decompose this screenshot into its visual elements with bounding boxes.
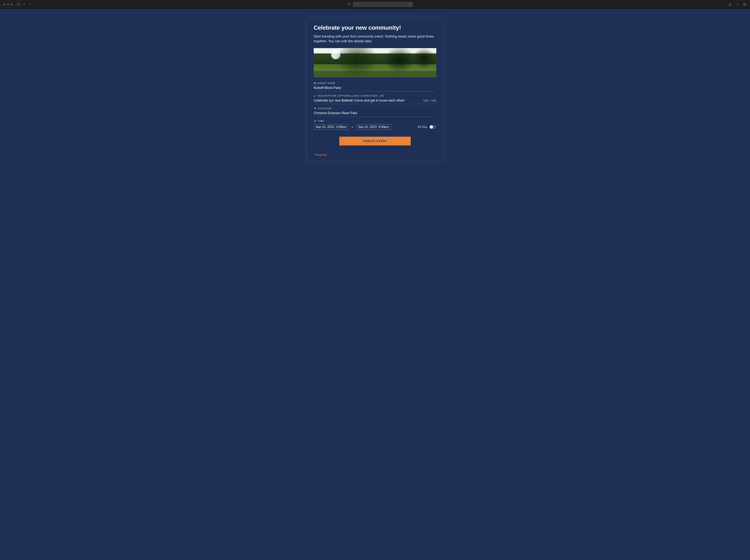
reload-icon[interactable] bbox=[409, 3, 411, 6]
sidebar-toggle-icon[interactable] bbox=[17, 2, 20, 6]
window-controls bbox=[3, 3, 13, 5]
description-value: Celebrate our new Bailiwik! Come and get… bbox=[314, 99, 423, 102]
event-cover-image[interactable] bbox=[314, 48, 436, 77]
time-field: TIME * Sep 15, 2023 2:00pm › Sep 15, 202… bbox=[314, 120, 436, 130]
pencil-icon bbox=[314, 95, 316, 97]
end-date: Sep 15, 2023 bbox=[358, 125, 377, 129]
event-name-field: EVENT NAME * Kickoff Block Party bbox=[314, 82, 436, 91]
start-datetime-input[interactable]: Sep 15, 2023 2:00pm bbox=[314, 124, 349, 130]
pin-icon bbox=[314, 107, 316, 110]
tabs-overview-icon[interactable] bbox=[743, 2, 747, 6]
start-date: Sep 15, 2023 bbox=[316, 125, 334, 129]
shield-icon[interactable] bbox=[347, 2, 351, 6]
event-name-input[interactable]: Kickoff Block Party bbox=[314, 85, 436, 91]
browser-chrome bbox=[0, 0, 750, 9]
time-label: TIME bbox=[318, 120, 324, 122]
end-time: 6:00pm bbox=[378, 125, 389, 129]
minimize-window-dot[interactable] bbox=[7, 3, 9, 5]
badge-icon bbox=[314, 82, 316, 84]
share-icon[interactable] bbox=[728, 2, 732, 6]
required-asterisk: * bbox=[326, 120, 327, 122]
zoom-window-dot[interactable] bbox=[11, 3, 13, 5]
location-input[interactable]: Christine Emerson Reed Park bbox=[314, 110, 436, 117]
page-body: Celebrate your new community! Start bond… bbox=[0, 9, 750, 560]
create-event-button[interactable]: CREATE EVENT bbox=[339, 137, 411, 145]
description-char-count: 190 / 250 bbox=[423, 99, 436, 102]
all-day-toggle[interactable] bbox=[429, 125, 436, 129]
create-event-card: Celebrate your new community! Start bond… bbox=[307, 18, 443, 162]
svg-rect-0 bbox=[17, 3, 20, 5]
event-name-value: Kickoff Block Party bbox=[314, 86, 436, 90]
required-asterisk: * bbox=[337, 82, 338, 84]
description-input[interactable]: Celebrate our new Bailiwik! Come and get… bbox=[314, 98, 436, 104]
required-asterisk: * bbox=[333, 107, 334, 110]
svg-rect-7 bbox=[744, 3, 745, 5]
all-day-label: All Day bbox=[418, 125, 428, 129]
forward-icon[interactable] bbox=[28, 2, 32, 6]
end-datetime-input[interactable]: Sep 15, 2023 6:00pm bbox=[356, 124, 391, 130]
address-bar[interactable] bbox=[353, 2, 413, 7]
chevron-right-icon: › bbox=[352, 125, 353, 129]
svg-rect-6 bbox=[744, 4, 746, 5]
description-label: DESCRIPTION (OPTIONAL) MAX CHARACTER: 25… bbox=[318, 95, 384, 97]
back-icon[interactable] bbox=[22, 2, 26, 6]
event-name-label: EVENT NAME bbox=[318, 82, 335, 84]
location-field: LOCATION * Christine Emerson Reed Park bbox=[314, 107, 436, 117]
svg-rect-8 bbox=[314, 83, 316, 84]
clock-icon bbox=[314, 120, 316, 122]
page-title: Celebrate your new community! bbox=[314, 24, 436, 31]
start-time: 2:00pm bbox=[336, 125, 347, 129]
page-subtitle: Start bonding with your first community … bbox=[314, 34, 436, 43]
new-tab-icon[interactable] bbox=[735, 2, 739, 6]
location-label: LOCATION bbox=[318, 107, 331, 110]
required-footnote: * Required bbox=[314, 153, 436, 156]
description-field: DESCRIPTION (OPTIONAL) MAX CHARACTER: 25… bbox=[314, 95, 436, 104]
close-window-dot[interactable] bbox=[3, 3, 5, 5]
location-value: Christine Emerson Reed Park bbox=[314, 111, 436, 115]
toggle-knob bbox=[430, 125, 433, 129]
